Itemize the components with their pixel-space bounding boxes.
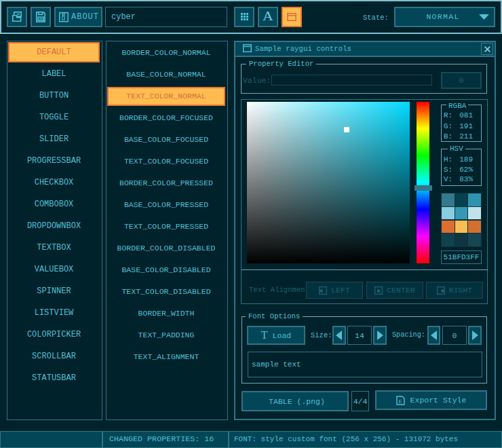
svg-text:E: E — [398, 398, 402, 404]
